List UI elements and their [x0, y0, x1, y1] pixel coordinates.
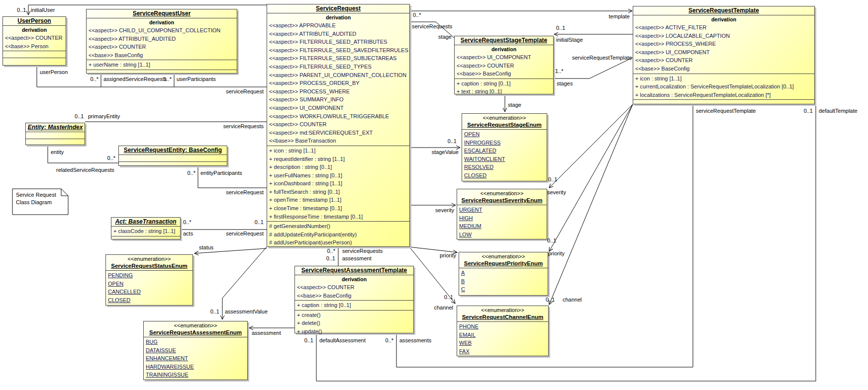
member-row: + update() — [295, 327, 413, 336]
member-row: <<aspect>> PARENT_UI_COMPONENT_COLLECTIO… — [267, 71, 409, 79]
label-assessments: assessments — [399, 337, 431, 344]
attributes-section: + icon : string [1..1]+ currentLocalizat… — [633, 74, 814, 100]
class-title: ServiceRequest — [267, 4, 409, 13]
label-stage-vertical: stage — [508, 102, 521, 108]
attributes-section: + icon : string [1..1]+ requestIdentifie… — [267, 146, 409, 222]
label-acts: acts — [183, 231, 193, 237]
member-row: B — [459, 277, 548, 286]
stereotype-list: <<aspect>> COUNTER<<base>> BaseConfig — [295, 283, 413, 300]
attributes-section: + userName : string [1..1] — [87, 60, 237, 70]
member-row: + description : string [0..1] — [267, 163, 409, 171]
label-priority-right-mult: 0..1 — [547, 237, 556, 244]
label-userParticipants: userParticipants — [177, 76, 216, 82]
class-userperson[interactable]: UserPerson derivation <<aspect>> COUNTER… — [2, 16, 66, 66]
attributes-section — [26, 132, 85, 139]
enum-servicerequestchannelenum[interactable]: <<enumeration>> ServiceRequestChannelEnu… — [457, 306, 549, 356]
enumeration-stereotype: <<enumeration>> — [458, 307, 547, 313]
member-row: <<aspect>> md:SERVICEREQUEST_EXT — [267, 129, 409, 137]
class-title: Act: BaseTransaction — [111, 218, 180, 227]
enum-values: ABC — [459, 268, 548, 295]
member-row: <<aspect>> ATTRIBUTE_AUDITED — [267, 30, 409, 38]
label-entityParticipants-serviceRequest: serviceRequest — [226, 189, 264, 196]
label-stages-mult: 1..* — [555, 68, 564, 75]
operations-section — [119, 162, 227, 168]
member-row: # addUpdateEntityParticipant(entity) — [267, 231, 409, 239]
class-act-basetransaction[interactable]: Act: BaseTransaction + classCode : strin… — [111, 217, 181, 239]
member-row: <<aspect>> ATTRIBUTE_AUDITED — [87, 35, 237, 43]
label-channel-mult: 0..1 — [444, 294, 453, 301]
member-row: <<base>> BaseTransaction — [267, 137, 409, 145]
class-servicerequest[interactable]: ServiceRequest derivation <<aspect>> APP… — [267, 4, 410, 247]
member-row: + icon : string [1..1] — [633, 75, 814, 83]
member-row: + currentLocalization : ServiceRequestTe… — [633, 82, 814, 91]
derivation-label: derivation — [87, 19, 237, 26]
class-servicerequestuser[interactable]: ServiceRequestUser derivation <<aspect>>… — [86, 9, 237, 74]
label-srAssess-mult2: 0..1 — [326, 255, 335, 262]
member-row: + openTime : timestamp [1..1] — [267, 196, 409, 204]
label-defaultAssessment-mult: 0..1 — [304, 337, 313, 344]
label-status: status — [199, 244, 213, 251]
member-row: DATAISSUE — [144, 346, 247, 355]
enum-values: PENDINGOPENCANCELLEDCLOSED — [106, 271, 193, 305]
operations-section — [3, 58, 66, 65]
enum-servicerequestassessmentenum[interactable]: <<enumeration>> ServiceRequestAssessment… — [143, 321, 248, 380]
member-row: <<aspect>> WORKFLOWRULE_TRIGGERABLE — [267, 112, 409, 121]
class-title: ServiceRequestStageTemplate — [455, 36, 553, 45]
member-row: PHONE — [457, 322, 548, 331]
member-row: TRAININGISSUE — [144, 371, 247, 379]
label-entityParticipants-mult: 0..* — [187, 170, 195, 176]
label-acts-serviceRequest: serviceRequest — [226, 231, 264, 237]
member-row: FAX — [457, 347, 548, 356]
class-entity-masterindex[interactable]: Entity: MasterIndex — [25, 123, 85, 145]
member-row: <<aspect>> FILTERRULE_SEED_SAVEDFILTERRU… — [267, 46, 409, 55]
class-servicerequesttemplate[interactable]: ServiceRequestTemplate derivation <<aspe… — [633, 6, 815, 104]
enum-servicerequestseverityenum[interactable]: <<enumeration>> ServiceRequestSeverityEn… — [457, 189, 547, 239]
label-initialStage-mult: 0..1 — [556, 25, 565, 31]
enumeration-stereotype: <<enumeration>> — [460, 253, 547, 260]
attributes-section: + classCode : string [1..1] — [111, 227, 180, 236]
label-severity: severity — [435, 207, 454, 214]
member-row: <<aspect>> FILTERRULE_SEED_SUBJECTAREAS — [267, 54, 409, 63]
class-servicerequeststagetemplate[interactable]: ServiceRequestStageTemplate derivation <… — [454, 36, 554, 94]
member-row: + iconDashboard : string [1..1] — [267, 179, 409, 188]
class-servicerequestassessmenttemplate[interactable]: ServiceRequestAssessmentTemplate derivat… — [294, 266, 414, 333]
member-row: <<aspect>> COUNTER — [87, 43, 237, 51]
member-row: CLOSED — [106, 296, 193, 305]
uml-class-diagram: Service Request Class Diagram UserPerson… — [0, 0, 868, 390]
member-row: BUG — [144, 338, 247, 346]
member-row: <<aspect>> PROCESS_WHERE — [633, 40, 814, 48]
member-row: A — [459, 269, 548, 277]
assoc-channel-template — [549, 104, 633, 305]
member-row: <<aspect>> COUNTER — [455, 62, 553, 70]
enum-servicerequestpriorityenum[interactable]: <<enumeration>> ServiceRequestPriorityEn… — [459, 252, 548, 296]
member-row: <<aspect>> SUMMARY_INFO — [267, 95, 409, 104]
member-row: + firstResponseTime : timestamp [0..1] — [267, 213, 409, 221]
derivation-label: derivation — [267, 14, 409, 21]
enum-servicerequeststatusenum[interactable]: <<enumeration>> ServiceRequestStatusEnum… — [105, 254, 193, 306]
label-stages: stages — [557, 80, 573, 87]
member-row: + caption : string [0..1] — [295, 301, 413, 310]
label-channel-right: channel — [563, 297, 582, 303]
enumeration-stereotype: <<enumeration>> — [463, 115, 546, 121]
enum-title: ServiceRequestChannelEnum — [458, 313, 547, 321]
note-line2: Class Diagram — [16, 199, 52, 205]
member-row: + fullTextSearch : string [0..1] — [267, 188, 409, 196]
enum-servicerequeststageenum[interactable]: <<enumeration>> ServiceRequestStageEnum … — [462, 113, 547, 181]
assoc-entityParticipants — [198, 166, 267, 188]
enum-title: ServiceRequestStatusEnum — [107, 262, 192, 270]
attributes-section — [3, 51, 66, 58]
member-row: <<base>> BaseConfig — [295, 292, 413, 300]
assoc-priority-template — [549, 104, 633, 251]
enum-title: ServiceRequestStageEnum — [463, 121, 546, 129]
label-initialUser: initialUser — [31, 7, 55, 13]
label-userPerson: userPerson — [40, 69, 68, 76]
class-servicerequestentity[interactable]: ServiceRequestEntity: BaseConfig — [118, 146, 227, 166]
label-primaryEntity-serviceRequests: serviceRequests — [223, 123, 264, 130]
member-row: <<base>> BaseConfig — [633, 65, 814, 73]
operations-section — [633, 100, 814, 106]
member-row: C — [459, 285, 548, 294]
label-serviceRequestTemplate-right: serviceRequestTemplate — [696, 108, 756, 114]
enum-title: ServiceRequestAssessmentEnum — [145, 329, 246, 336]
enum-values: OPENINPROGRESSESCALATEDWAITONCLIENTRESOL… — [462, 130, 547, 181]
class-title: ServiceRequestAssessmentTemplate — [295, 266, 413, 275]
